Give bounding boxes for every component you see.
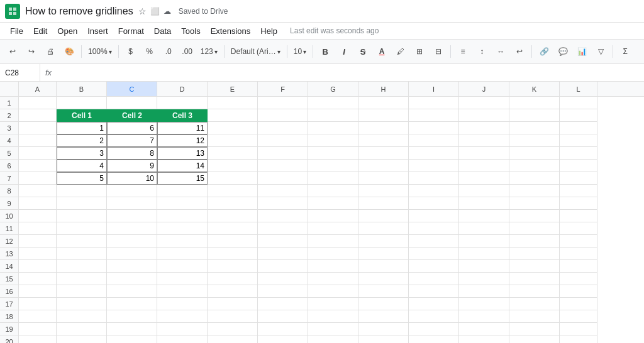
cell-H3[interactable] (358, 122, 409, 134)
cell-I6[interactable] (409, 160, 459, 172)
link-button[interactable]: 🔗 (535, 43, 553, 60)
cell-F20[interactable] (258, 335, 308, 343)
cell-J15[interactable] (459, 273, 509, 285)
cell-I14[interactable] (409, 260, 459, 273)
cell-C3[interactable]: 6 (107, 122, 157, 134)
folder-icon[interactable]: ⬜ (150, 7, 160, 16)
col-header-i[interactable]: I (409, 82, 459, 96)
align-horizontal-button[interactable]: ↔ (492, 43, 509, 60)
cell-B3[interactable]: 1 (57, 122, 107, 134)
cell-L19[interactable] (560, 323, 597, 335)
cell-E3[interactable] (208, 122, 258, 134)
formula-input[interactable] (57, 68, 641, 77)
cell-H4[interactable] (358, 134, 409, 147)
row-header-8[interactable]: 8 (0, 185, 18, 197)
cell-D5[interactable]: 13 (157, 147, 208, 160)
cell-A12[interactable] (19, 235, 57, 248)
cell-K14[interactable] (509, 260, 560, 273)
cell-B20[interactable] (57, 335, 107, 343)
cell-L10[interactable] (560, 210, 597, 222)
cell-L5[interactable] (560, 147, 597, 160)
cell-K1[interactable] (509, 97, 560, 109)
col-header-k[interactable]: K (509, 82, 560, 96)
cell-B18[interactable] (57, 310, 107, 323)
cell-L4[interactable] (560, 134, 597, 147)
cell-J3[interactable] (459, 122, 509, 134)
cell-E12[interactable] (208, 235, 258, 248)
cell-C1[interactable] (107, 97, 157, 109)
row-header-13[interactable]: 13 (0, 248, 18, 260)
cell-D11[interactable] (157, 222, 208, 235)
cell-E15[interactable] (208, 273, 258, 285)
cell-J11[interactable] (459, 222, 509, 235)
cell-F15[interactable] (258, 273, 308, 285)
cell-I18[interactable] (409, 310, 459, 323)
cell-A8[interactable] (19, 185, 57, 197)
cell-H16[interactable] (358, 285, 409, 298)
cell-H8[interactable] (358, 185, 409, 197)
cell-H11[interactable] (358, 222, 409, 235)
cell-G11[interactable] (308, 222, 358, 235)
cell-A5[interactable] (19, 147, 57, 160)
cell-J14[interactable] (459, 260, 509, 273)
cell-D17[interactable] (157, 298, 208, 310)
cell-F3[interactable] (258, 122, 308, 134)
cell-K2[interactable] (509, 109, 560, 122)
italic-button[interactable]: I (335, 43, 353, 60)
cell-G6[interactable] (308, 160, 358, 172)
cell-J4[interactable] (459, 134, 509, 147)
cell-D12[interactable] (157, 235, 208, 248)
cell-C15[interactable] (107, 273, 157, 285)
cell-D8[interactable] (157, 185, 208, 197)
cell-L9[interactable] (560, 197, 597, 210)
font-size-dropdown[interactable]: 10 ▾ (291, 43, 309, 60)
menu-insert[interactable]: Insert (82, 24, 113, 38)
cell-B7[interactable]: 5 (57, 172, 107, 185)
col-header-f[interactable]: F (258, 82, 308, 96)
menu-help[interactable]: Help (255, 24, 282, 38)
cell-D9[interactable] (157, 197, 208, 210)
row-header-4[interactable]: 4 (0, 134, 18, 147)
cell-L15[interactable] (560, 273, 597, 285)
cell-F5[interactable] (258, 147, 308, 160)
cell-D19[interactable] (157, 323, 208, 335)
cell-E8[interactable] (208, 185, 258, 197)
cell-G14[interactable] (308, 260, 358, 273)
cell-H13[interactable] (358, 248, 409, 260)
borders-button[interactable]: ⊞ (411, 43, 428, 60)
cell-K7[interactable] (509, 172, 560, 185)
cell-L13[interactable] (560, 248, 597, 260)
cell-C5[interactable]: 8 (107, 147, 157, 160)
cell-J8[interactable] (459, 185, 509, 197)
cell-E19[interactable] (208, 323, 258, 335)
cell-D15[interactable] (157, 273, 208, 285)
cell-K9[interactable] (509, 197, 560, 210)
cell-D10[interactable] (157, 210, 208, 222)
cell-A3[interactable] (19, 122, 57, 134)
cell-I19[interactable] (409, 323, 459, 335)
print-button[interactable]: 🖨 (42, 43, 59, 60)
cell-F9[interactable] (258, 197, 308, 210)
cell-E6[interactable] (208, 160, 258, 172)
cell-E2[interactable] (208, 109, 258, 122)
cell-J6[interactable] (459, 160, 509, 172)
cell-B14[interactable] (57, 260, 107, 273)
highlight-color-button[interactable]: 🖊 (392, 43, 409, 60)
cell-D3[interactable]: 11 (157, 122, 208, 134)
cell-H6[interactable] (358, 160, 409, 172)
cell-H14[interactable] (358, 260, 409, 273)
cell-C18[interactable] (107, 310, 157, 323)
cell-K16[interactable] (509, 285, 560, 298)
cell-K15[interactable] (509, 273, 560, 285)
cell-F4[interactable] (258, 134, 308, 147)
cell-I8[interactable] (409, 185, 459, 197)
align-left-button[interactable]: ≡ (454, 43, 472, 60)
cell-B11[interactable] (57, 222, 107, 235)
cell-A20[interactable] (19, 335, 57, 343)
cell-L6[interactable] (560, 160, 597, 172)
cell-E17[interactable] (208, 298, 258, 310)
cell-J18[interactable] (459, 310, 509, 323)
cell-B2[interactable]: Cell 1 (57, 109, 107, 122)
text-color-button[interactable]: A (373, 43, 391, 60)
cell-C7[interactable]: 10 (107, 172, 157, 185)
